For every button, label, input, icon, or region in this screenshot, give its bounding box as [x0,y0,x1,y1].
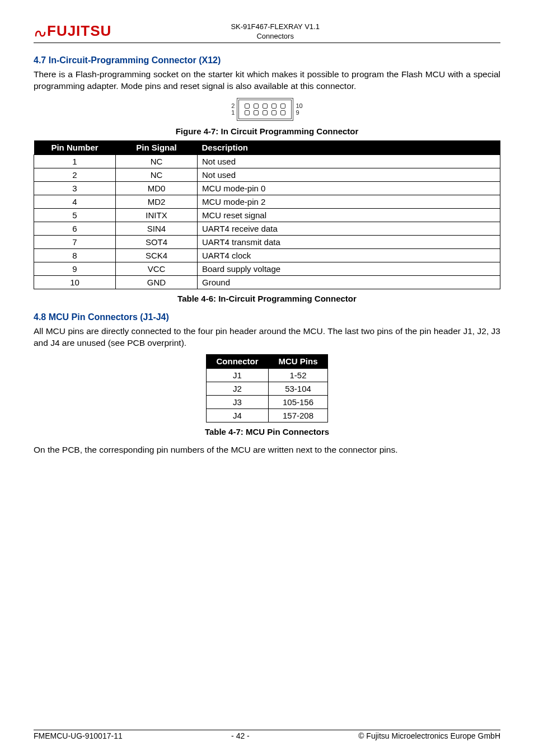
col-mcu-pins: MCU Pins [268,354,327,369]
socket-icon [237,98,293,121]
footer-copyright: © Fujitsu Microelectronics Europe GmbH [358,731,500,740]
connector-figure: 2 1 10 9 [34,98,500,121]
table-row: 8SCK4UART4 clock [34,248,500,262]
table-row: 6SIN4UART4 receive data [34,222,500,235]
pin-label-right: 10 9 [296,102,302,116]
section-heading-4-8: 4.8 MCU Pin Connectors (J1-J4) [34,312,500,322]
table-row: J4157-208 [206,409,327,422]
table-row: 10GNDGround [34,275,500,289]
section-4-7-para: There is a Flash-programming socket on t… [34,69,500,92]
pin-label-left: 2 1 [231,102,235,116]
logo-text: FUJITSU [47,22,111,40]
col-pin-number: Pin Number [34,140,116,155]
table-row: 7SOT4UART4 transmit data [34,235,500,248]
page-header: FUJITSU SK-91F467-FLEXRAY V1.1 Connector… [34,22,500,43]
col-connector: Connector [206,354,268,369]
section-4-8-para: All MCU pins are directly connected to t… [34,326,500,349]
section-4-8-para2: On the PCB, the corresponding pin number… [34,444,500,456]
table-caption-4-7: Table 4-7: MCU Pin Connectors [34,427,500,436]
table-row: 3MD0MCU mode-pin 0 [34,181,500,195]
pin-num-1: 1 [231,109,235,116]
table-row: J3105-156 [206,396,327,409]
pin-num-2: 2 [231,102,235,109]
table-row: 5INITXMCU reset signal [34,208,500,222]
table-caption-4-6: Table 4-6: In-Circuit Programming Connec… [34,294,500,303]
pin-table-x12: Pin Number Pin Signal Description 1NCNot… [34,140,500,289]
logo: FUJITSU [34,22,111,40]
col-pin-signal: Pin Signal [116,140,198,155]
doc-section: Connectors [111,32,439,41]
table-row: J11-52 [206,369,327,382]
table-row: J253-104 [206,382,327,396]
footer-doc-id: FMEMCU-UG-910017-11 [34,731,123,740]
col-description: Description [198,140,500,155]
pin-num-10: 10 [296,102,302,109]
table-row: 1NCNot used [34,154,500,168]
header-title-block: SK-91F467-FLEXRAY V1.1 Connectors [111,22,439,41]
table-row: 4MD2MCU mode-pin 2 [34,195,500,208]
pin-num-9: 9 [296,109,302,116]
infinity-icon [34,25,47,39]
page-footer: FMEMCU-UG-910017-11 - 42 - © Fujitsu Mic… [34,730,500,740]
mcu-pin-table: Connector MCU Pins J11-52 J253-104 J3105… [206,354,328,422]
table-row: 9VCCBoard supply voltage [34,262,500,275]
doc-title: SK-91F467-FLEXRAY V1.1 [111,22,439,32]
figure-caption-4-7: Figure 4-7: In Circuit Programming Conne… [34,126,500,136]
table-row: 2NCNot used [34,168,500,181]
footer-page-num: - 42 - [231,731,250,740]
section-heading-4-7: 4.7 In-Circuit-Programming Connector (X1… [34,55,500,65]
